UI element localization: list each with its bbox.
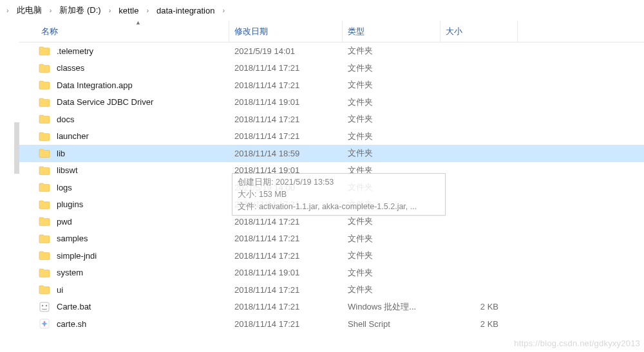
file-row[interactable]: docs2018/11/14 17:21文件夹 (19, 111, 644, 128)
cell-type: Shell Script (343, 319, 440, 329)
cell-date: 2018/11/14 17:21 (229, 115, 343, 124)
crumb-kettle[interactable]: kettle (115, 5, 142, 17)
crumb-this-pc[interactable]: 此电脑 (13, 3, 46, 17)
cell-name: lib (19, 147, 229, 159)
folder-icon (39, 62, 50, 74)
file-name: plugins (57, 199, 83, 209)
file-row[interactable]: classes2018/11/14 17:21文件夹 (19, 60, 644, 77)
cell-type: 文件夹 (343, 79, 440, 91)
column-header-name[interactable]: 名称 ▲ (19, 21, 229, 42)
file-name: Carte.bat (57, 302, 91, 311)
folder-icon (39, 199, 50, 210)
file-row[interactable]: samples2018/11/14 17:21文件夹 (19, 230, 644, 248)
cell-type: 文件夹 (343, 147, 440, 159)
svg-point-2 (46, 305, 47, 306)
file-row[interactable]: simple-jndi2018/11/14 17:21文件夹 (19, 247, 644, 264)
cell-type: 文件夹 (343, 45, 440, 57)
crumb-data-integration[interactable]: data-integration (153, 5, 218, 17)
file-row[interactable]: system2018/11/14 19:01文件夹 (19, 264, 644, 282)
cell-type: 文件夹 (343, 97, 440, 108)
breadcrumb[interactable]: › 此电脑 › 新加卷 (D:) › kettle › data-integra… (0, 0, 644, 21)
file-name: logs (57, 183, 72, 192)
cell-type: 文件夹 (343, 267, 440, 279)
folder-icon (39, 216, 50, 227)
column-header-type[interactable]: 类型 (343, 21, 440, 42)
cell-size: 2 KB (440, 319, 518, 329)
cell-date: 2018/11/14 18:59 (229, 149, 343, 158)
folder-icon (39, 113, 50, 125)
column-header-date[interactable]: 修改日期 (229, 21, 343, 42)
cell-date: 2021/5/19 14:00 (229, 183, 343, 192)
cell-date: 2018/11/14 17:21 (229, 251, 343, 261)
cell-date: 2018/11/14 19:01 (229, 165, 343, 175)
folder-icon (39, 131, 50, 142)
sh-file-icon (39, 318, 50, 329)
cell-name: pwd (19, 216, 229, 227)
file-name: Data Integration.app (57, 80, 133, 90)
scrollbar-thumb[interactable] (14, 122, 19, 174)
cell-type: 文件夹 (343, 181, 440, 193)
cell-name: samples (19, 233, 229, 245)
folder-icon (39, 250, 50, 261)
file-name: libswt (57, 165, 78, 175)
cell-size: 2 KB (440, 302, 518, 311)
cell-name: classes (19, 62, 229, 74)
column-header-size[interactable]: 大小 (440, 21, 518, 42)
folder-icon (39, 233, 50, 245)
cell-name: Data Integration.app (19, 79, 229, 91)
file-row[interactable]: Data Service JDBC Driver2018/11/14 19:01… (19, 94, 644, 111)
file-row[interactable]: lib2018/11/14 18:59文件夹 (19, 145, 644, 162)
chevron-right-icon: › (145, 6, 150, 14)
file-row[interactable]: ui2018/11/14 17:21文件夹 (19, 281, 644, 299)
svg-rect-0 (40, 302, 49, 311)
column-headers: 名称 ▲ 修改日期 类型 大小 (19, 21, 644, 42)
cell-name: .telemetry (19, 45, 229, 57)
cell-name: Carte.bat (19, 301, 229, 313)
file-name: samples (57, 234, 88, 243)
folder-icon (39, 284, 50, 295)
file-row[interactable]: .telemetry2021/5/19 14:01文件夹 (19, 42, 644, 60)
cell-name: launcher (19, 131, 229, 142)
cell-date: 2018/11/14 17:21 (229, 319, 343, 329)
file-row[interactable]: logs2021/5/19 14:00文件夹 (19, 179, 644, 196)
folder-icon (39, 45, 50, 57)
file-row[interactable]: launcher2018/11/14 17:21文件夹 (19, 128, 644, 145)
folder-icon (39, 147, 50, 159)
cell-name: docs (19, 113, 229, 125)
cell-name: carte.sh (19, 318, 229, 329)
folder-icon (39, 181, 50, 193)
cell-name: logs (19, 181, 229, 193)
file-row[interactable]: Data Integration.app2018/11/14 17:21文件夹 (19, 77, 644, 94)
file-name: lib (57, 149, 65, 158)
file-row[interactable]: libswt2018/11/14 19:01文件夹 (19, 162, 644, 180)
file-row[interactable]: plugins2018/11/14 17:21文件夹 (19, 196, 644, 214)
cell-date: 2021/5/19 14:01 (229, 46, 343, 56)
column-label: 大小 (446, 26, 462, 37)
cell-date: 2018/11/14 17:21 (229, 80, 343, 90)
file-name: classes (57, 63, 84, 73)
file-name: pwd (57, 217, 72, 227)
file-row[interactable]: pwd2018/11/14 17:21文件夹 (19, 213, 644, 230)
cell-name: system (19, 267, 229, 279)
cell-date: 2018/11/14 17:21 (229, 131, 343, 141)
cell-date: 2018/11/14 19:01 (229, 97, 343, 107)
chevron-right-icon: › (48, 6, 53, 14)
file-name: simple-jndi (57, 251, 97, 261)
cell-date: 2018/11/14 17:21 (229, 302, 343, 311)
cell-type: 文件夹 (343, 62, 440, 74)
bat-file-icon (39, 301, 50, 313)
folder-icon (39, 97, 50, 108)
cell-type: 文件夹 (343, 284, 440, 295)
column-label: 名称 (41, 26, 58, 37)
sort-asc-icon: ▲ (135, 19, 142, 26)
cell-type: 文件夹 (343, 199, 440, 210)
cell-name: ui (19, 284, 229, 295)
cell-type: Windows 批处理... (343, 301, 440, 313)
file-name: docs (57, 115, 74, 124)
file-row[interactable]: Carte.bat2018/11/14 17:21Windows 批处理...2… (19, 299, 644, 316)
file-row[interactable]: carte.sh2018/11/14 17:21Shell Script2 KB (19, 315, 644, 333)
cell-type: 文件夹 (343, 250, 440, 261)
file-list: 名称 ▲ 修改日期 类型 大小 .telemetry2021/5/19 14:0… (19, 21, 644, 352)
crumb-drive-d[interactable]: 新加卷 (D:) (55, 3, 104, 17)
cell-name: Data Service JDBC Driver (19, 97, 229, 108)
